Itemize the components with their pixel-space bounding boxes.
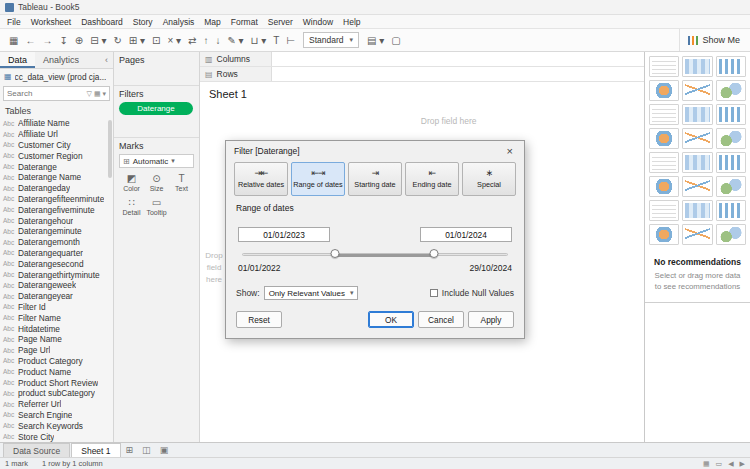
sheet-tab-data-source[interactable]: Data Source <box>3 443 70 457</box>
field-product-category[interactable]: AbcProduct Category <box>0 356 113 367</box>
packed-bubbles-thumbnail[interactable] <box>716 224 746 245</box>
mark-type-dropdown[interactable]: ⊞ Automatic ▾ <box>119 154 194 168</box>
collapse-pane-icon[interactable]: ‹ <box>100 52 113 68</box>
sheet-tab-sheet-1[interactable]: Sheet 1 <box>71 443 120 457</box>
fix-axes-icon[interactable]: ⊢ <box>283 34 298 47</box>
save-icon[interactable]: ↧ <box>56 34 70 47</box>
pie-chart-thumbnail[interactable] <box>716 80 746 101</box>
sort-ascending-icon[interactable]: ↑ <box>200 34 211 47</box>
menu-help[interactable]: Help <box>343 17 360 27</box>
filter-tab-range-of-dates[interactable]: ⇤⇥Range of dates <box>291 162 345 196</box>
box-and-whisker-thumbnail[interactable] <box>716 200 746 221</box>
marks-button-tooltip[interactable]: ▭Tooltip <box>144 196 169 218</box>
discrete-lines-thumbnail[interactable] <box>682 152 712 173</box>
sheet-sorter-icon[interactable]: ▦ <box>703 460 710 468</box>
horizontal-bars-thumbnail[interactable] <box>649 104 679 125</box>
marks-button-color[interactable]: ◩Color <box>119 172 144 194</box>
filled-map-thumbnail[interactable] <box>682 80 712 101</box>
field-product-subcategory[interactable]: Abcproduct subCategory <box>0 388 113 399</box>
field-daterange-name[interactable]: AbcDaterange Name <box>0 172 113 183</box>
field-filter-name[interactable]: AbcFilter Name <box>0 312 113 323</box>
menu-analysis[interactable]: Analysis <box>163 17 195 27</box>
symbol-map-thumbnail[interactable] <box>649 80 679 101</box>
filters-shelf[interactable]: Filters Daterange <box>114 86 199 138</box>
end-date-input[interactable]: 01/01/2024 <box>420 227 512 242</box>
stacked-bars-thumbnail[interactable] <box>682 104 712 125</box>
include-null-group[interactable]: Include Null Values <box>430 288 514 298</box>
reset-button[interactable]: Reset <box>236 311 282 328</box>
rows-shelf[interactable]: ▤ Rows <box>200 67 644 82</box>
filter-funnel-icon[interactable]: ▽ <box>87 90 92 98</box>
sort-descending-icon[interactable]: ↓ <box>212 34 223 47</box>
show-values-dropdown[interactable]: Only Relevant Values ▾ <box>264 286 359 300</box>
field-affiliate-name[interactable]: AbcAffiliate Name <box>0 118 113 129</box>
field-search-engine[interactable]: AbcSearch Engine <box>0 410 113 421</box>
clear-sheet-icon[interactable]: × ▾ <box>164 34 184 47</box>
field-filter-id[interactable]: AbcFilter Id <box>0 302 113 313</box>
field-search-keywords[interactable]: AbcSearch Keywords <box>0 420 113 431</box>
circle-views-thumbnail[interactable] <box>682 128 712 149</box>
menu-file[interactable]: File <box>7 17 21 27</box>
field-daterangehour[interactable]: AbcDaterangehour <box>0 215 113 226</box>
menu-window[interactable]: Window <box>303 17 333 27</box>
field-daterangesecond[interactable]: AbcDaterangesecond <box>0 258 113 269</box>
pages-shelf[interactable]: Pages <box>114 52 199 86</box>
bullet-graph-thumbnail[interactable] <box>682 224 712 245</box>
view-options-icon[interactable]: ▦ ▾ <box>94 90 106 98</box>
start-date-input[interactable]: 01/01/2023 <box>238 227 330 242</box>
filter-tab-relative-dates[interactable]: ⇥⇤Relative dates <box>234 162 288 196</box>
field-daterangethirtyminute[interactable]: AbcDaterangethirtyminute <box>0 269 113 280</box>
field-customer-region[interactable]: AbcCustomer Region <box>0 150 113 161</box>
field-daterangeyear[interactable]: AbcDaterangeyear <box>0 291 113 302</box>
menu-story[interactable]: Story <box>133 17 153 27</box>
field-daterangequarter[interactable]: AbcDaterangequarter <box>0 248 113 259</box>
field-daterange[interactable]: AbcDaterange <box>0 161 113 172</box>
tableau-start-page-icon[interactable]: ▦ <box>6 34 21 47</box>
field-hitdatetime[interactable]: AbcHitdatetime <box>0 323 113 334</box>
marks-button-detail[interactable]: ∷Detail <box>119 196 144 218</box>
show-mark-labels-icon[interactable]: T <box>270 34 282 47</box>
next-sheet-icon[interactable]: ▶ <box>740 460 745 468</box>
swap-rows-columns-icon[interactable]: ⇄ <box>185 34 199 47</box>
new-dashboard-icon[interactable]: ◫ <box>138 443 155 457</box>
presentation-mode-icon[interactable]: ▢ <box>388 34 403 47</box>
search-input[interactable] <box>7 89 85 98</box>
field-daterangefiveminute[interactable]: AbcDaterangefiveminute <box>0 204 113 215</box>
cancel-button[interactable]: Cancel <box>418 311 464 328</box>
date-range-slider[interactable] <box>242 249 508 260</box>
menu-server[interactable]: Server <box>268 17 293 27</box>
side-by-side-bars-thumbnail[interactable] <box>716 104 746 125</box>
menu-format[interactable]: Format <box>231 17 258 27</box>
filter-pill-daterange[interactable]: Daterange <box>119 102 193 115</box>
field-product-name[interactable]: AbcProduct Name <box>0 366 113 377</box>
menu-worksheet[interactable]: Worksheet <box>31 17 71 27</box>
tab-analytics[interactable]: Analytics <box>35 52 87 68</box>
fit-mode-dropdown[interactable]: Standard ▾ <box>303 32 359 48</box>
side-by-side-circles-thumbnail[interactable] <box>716 128 746 149</box>
undo-icon[interactable]: ← <box>22 34 38 47</box>
heat-map-thumbnail[interactable] <box>682 56 712 77</box>
tab-data[interactable]: Data <box>0 52 35 68</box>
field-daterangeminute[interactable]: AbcDaterangeminute <box>0 226 113 237</box>
columns-shelf[interactable]: ▥ Columns <box>200 52 644 67</box>
group-members-icon[interactable]: ⊔ ▾ <box>248 34 270 47</box>
filter-tab-ending-date[interactable]: ⇤Ending date <box>405 162 459 196</box>
show-hide-cards-icon[interactable]: ▤ ▾ <box>364 34 387 47</box>
field-daterangemonth[interactable]: AbcDaterangemonth <box>0 237 113 248</box>
field-page-url[interactable]: AbcPage Url <box>0 345 113 356</box>
include-null-checkbox[interactable] <box>430 289 438 297</box>
field-daterangeday[interactable]: AbcDaterangeday <box>0 183 113 194</box>
menu-dashboard[interactable]: Dashboard <box>81 17 123 27</box>
field-page-name[interactable]: AbcPage Name <box>0 334 113 345</box>
add-data-source-icon[interactable]: ⊕ <box>72 34 86 47</box>
gantt-thumbnail[interactable] <box>649 224 679 245</box>
previous-sheet-icon[interactable]: ◀ <box>728 460 733 468</box>
show-me-button[interactable]: Show Me <box>679 29 744 51</box>
discrete-area-thumbnail[interactable] <box>682 176 712 197</box>
field-affiliate-url[interactable]: AbcAffiliate Url <box>0 129 113 140</box>
field-product-short-review[interactable]: AbcProduct Short Review <box>0 377 113 388</box>
new-worksheet-icon[interactable]: ⊞ ▾ <box>126 34 148 47</box>
dual-lines-thumbnail[interactable] <box>716 152 746 173</box>
field-referrer-url[interactable]: AbcReferrer Url <box>0 399 113 410</box>
new-story-icon[interactable]: ▣ <box>156 443 173 457</box>
